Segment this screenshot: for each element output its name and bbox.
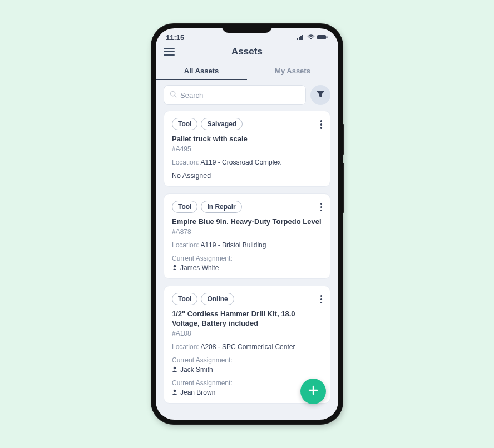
plus-icon	[308, 385, 319, 398]
battery-icon	[317, 33, 328, 42]
filter-button[interactable]	[310, 85, 330, 105]
search-row	[156, 79, 338, 111]
svg-rect-5	[327, 36, 328, 38]
location-value: A119 - Bristol Building	[200, 241, 266, 249]
assignment-value: Jack Smith	[172, 366, 322, 374]
assignment-label: Current Assignment:	[172, 356, 322, 364]
wifi-icon	[307, 33, 315, 42]
location-value: A119 - Crossroad Complex	[200, 158, 281, 166]
location-value: A208 - SPC Commerical Center	[200, 343, 295, 351]
person-icon	[172, 366, 177, 374]
assignment: Current Assignment: Jean Brown	[172, 379, 322, 396]
assignment: Current Assignment: James White	[172, 255, 322, 272]
assignment-value: Jean Brown	[172, 389, 322, 396]
chip-status: In Repair	[201, 201, 241, 213]
asset-list[interactable]: Tool Salvaged Pallet truck with scale #A…	[156, 111, 338, 420]
signal-icon	[297, 33, 305, 42]
asset-id: #A495	[172, 145, 322, 153]
assignment: Current Assignment: Jack Smith	[172, 356, 322, 374]
asset-id: #A878	[172, 228, 322, 236]
person-icon	[172, 389, 177, 396]
location-field: Location: A119 - Crossroad Complex	[172, 158, 322, 166]
menu-button[interactable]	[164, 48, 175, 56]
location-field: Location: A119 - Bristol Building	[172, 241, 322, 249]
tabs: All Assets My Assets	[156, 63, 338, 79]
location-label: Location:	[172, 158, 199, 166]
tab-all-assets[interactable]: All Assets	[156, 63, 247, 79]
svg-rect-3	[302, 35, 303, 40]
search-box[interactable]	[164, 85, 306, 105]
chip-type: Tool	[172, 118, 197, 130]
status-time: 11:15	[166, 33, 184, 42]
assignment-label: Current Assignment:	[172, 255, 322, 262]
status-right	[297, 33, 328, 42]
svg-point-8	[174, 265, 176, 267]
asset-title: Empire Blue 9in. Heavy-Duty Torpedo Leve…	[172, 217, 322, 227]
location-field: Location: A208 - SPC Commerical Center	[172, 343, 322, 351]
assignee-name: Jack Smith	[180, 366, 213, 374]
svg-point-9	[174, 366, 176, 369]
assignee-name: Jean Brown	[180, 389, 215, 396]
location-label: Location:	[172, 241, 199, 249]
screen: 11:15 Assets All Assets My Assets	[156, 28, 338, 420]
assignment-label: Current Assignment:	[172, 379, 322, 387]
chip-type: Tool	[172, 201, 197, 213]
chip-row: Tool In Repair	[172, 201, 322, 213]
header: Assets	[156, 43, 338, 59]
search-input[interactable]	[180, 91, 300, 99]
filter-icon	[317, 90, 324, 100]
more-button[interactable]	[318, 118, 325, 131]
chip-status: Online	[201, 293, 234, 305]
asset-id: #A108	[172, 330, 322, 337]
search-icon	[170, 90, 177, 100]
assignee-name: James White	[180, 264, 219, 272]
svg-line-7	[175, 96, 176, 97]
svg-rect-1	[299, 37, 300, 40]
chip-row: Tool Salvaged	[172, 118, 322, 130]
svg-rect-0	[297, 38, 298, 40]
asset-card[interactable]: Tool Salvaged Pallet truck with scale #A…	[164, 111, 330, 187]
asset-title: 1/2" Cordless Hammer Drill Kit, 18.0 Vol…	[172, 310, 322, 328]
tab-my-assets[interactable]: My Assets	[247, 63, 338, 79]
phone-frame: 11:15 Assets All Assets My Assets	[151, 24, 343, 424]
person-icon	[172, 264, 177, 272]
page-title: Assets	[231, 46, 263, 57]
chip-type: Tool	[172, 293, 197, 305]
chip-row: Tool Online	[172, 293, 322, 305]
asset-card[interactable]: Tool In Repair Empire Blue 9in. Heavy-Du…	[164, 193, 330, 279]
location-label: Location:	[172, 343, 199, 351]
menu-icon	[164, 48, 175, 56]
svg-rect-4	[317, 35, 326, 39]
no-assigned: No Assigned	[172, 172, 322, 180]
asset-title: Pallet truck with scale	[172, 135, 322, 144]
svg-point-6	[171, 92, 175, 96]
assignment-value: James White	[172, 264, 322, 272]
more-button[interactable]	[318, 293, 325, 306]
add-button[interactable]	[300, 379, 326, 404]
svg-rect-2	[300, 36, 302, 40]
chip-status: Salvaged	[201, 118, 243, 130]
notch	[222, 24, 272, 33]
more-button[interactable]	[318, 201, 325, 214]
svg-point-10	[174, 389, 176, 392]
